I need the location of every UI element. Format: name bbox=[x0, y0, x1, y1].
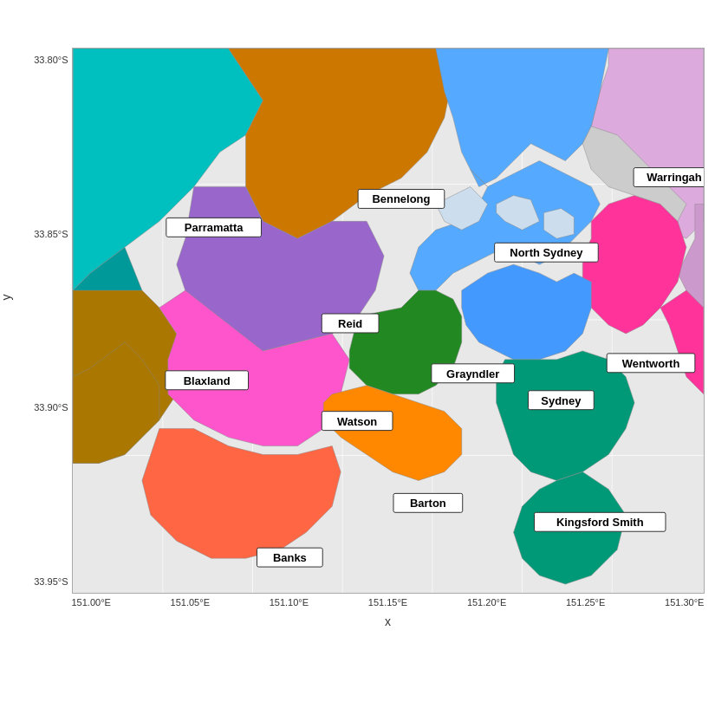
bennelong-shape bbox=[228, 49, 452, 238]
wentworth-shape2 bbox=[660, 290, 704, 394]
x-tick-1: 151.00°E bbox=[72, 597, 111, 608]
x-tick-7: 151.30°E bbox=[665, 597, 704, 608]
banks-label: Banks bbox=[272, 551, 306, 564]
map-area: Parramatta Bennelong Warringah North Syd… bbox=[72, 48, 705, 594]
y-tick-3: 33.90°S bbox=[34, 402, 68, 413]
x-axis-ticks: 151.00°E 151.05°E 151.10°E 151.15°E 151.… bbox=[72, 594, 705, 611]
kingsford-smith-label: Kingsford Smith bbox=[556, 516, 643, 529]
banks-shape bbox=[141, 429, 340, 559]
x-axis-label: x bbox=[72, 614, 705, 628]
parramatta-label: Parramatta bbox=[184, 221, 243, 234]
wentworth-label: Wentworth bbox=[621, 357, 679, 370]
map-svg: Parramatta Bennelong Warringah North Syd… bbox=[73, 49, 704, 593]
blaxland-label: Blaxland bbox=[183, 374, 230, 387]
y-tick-1: 33.80°S bbox=[34, 55, 68, 65]
x-tick-2: 151.05°E bbox=[171, 597, 210, 608]
north-sydney-label: North Sydney bbox=[510, 246, 583, 259]
barton-label: Barton bbox=[410, 497, 446, 510]
x-tick-4: 151.15°E bbox=[368, 597, 407, 608]
x-tick-3: 151.10°E bbox=[270, 597, 309, 608]
y-axis-ticks: 33.80°S 33.85°S 33.90°S 33.95°S bbox=[24, 48, 72, 594]
grayndler-label: Grayndler bbox=[446, 367, 499, 380]
reid-label: Reid bbox=[338, 317, 362, 330]
sydney-shape bbox=[461, 264, 591, 360]
barton-shape bbox=[323, 386, 461, 481]
bennelong-label: Bennelong bbox=[372, 192, 430, 205]
warringah-label: Warringah bbox=[647, 172, 702, 185]
y-tick-4: 33.95°S bbox=[34, 576, 68, 587]
y-axis-label: y bbox=[0, 295, 12, 301]
sydney-label: Sydney bbox=[541, 394, 582, 407]
y-tick-2: 33.85°S bbox=[34, 229, 68, 239]
watson-label: Watson bbox=[336, 415, 376, 428]
chart-container: y 33.80°S 33.85°S 33.90°S 33.95°S bbox=[17, 35, 711, 693]
x-tick-6: 151.25°E bbox=[566, 597, 605, 608]
x-tick-5: 151.20°E bbox=[467, 597, 506, 608]
